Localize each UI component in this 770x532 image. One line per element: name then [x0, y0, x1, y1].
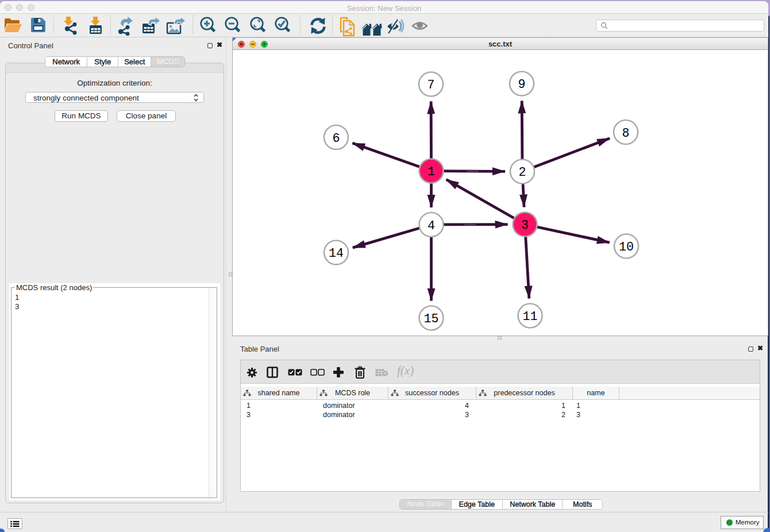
svg-text:2: 2 [519, 165, 526, 179]
svg-text:7: 7 [428, 78, 435, 92]
svg-text:1: 1 [428, 165, 435, 179]
svg-text:10: 10 [619, 240, 634, 254]
svg-text:14: 14 [329, 246, 344, 260]
svg-text:9: 9 [518, 78, 526, 91]
svg-text:15: 15 [424, 312, 439, 326]
svg-text:11: 11 [523, 310, 538, 323]
svg-text:3: 3 [521, 218, 529, 232]
svg-text:6: 6 [333, 132, 340, 145]
svg-text:8: 8 [622, 126, 630, 140]
svg-text:4: 4 [428, 219, 435, 233]
